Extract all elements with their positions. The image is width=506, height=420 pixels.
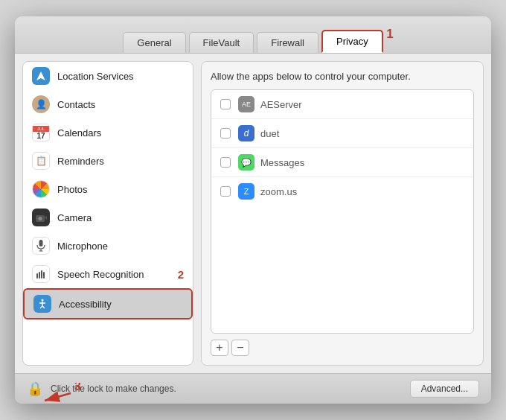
messages-label: Messages	[260, 157, 304, 168]
sidebar-item-camera[interactable]: Camera	[23, 203, 193, 232]
app-row-zoom: Z zoom.us	[211, 177, 473, 206]
sidebar-label-reminders: Reminders	[57, 156, 184, 167]
svg-marker-0	[36, 71, 45, 80]
sidebar-label-speech: Speech Recognition	[57, 269, 176, 280]
svg-rect-7	[36, 273, 38, 279]
sidebar-item-calendars[interactable]: JUL 17 Calendars	[23, 118, 193, 147]
app-row-duet: d duet	[211, 119, 473, 148]
annotation-1-badge: 1	[386, 27, 393, 42]
svg-rect-9	[41, 270, 42, 279]
sidebar-item-reminders[interactable]: 📋 Reminders	[23, 147, 193, 175]
location-services-icon	[32, 67, 50, 85]
speech-recognition-icon	[32, 265, 50, 283]
privacy-main-panel: Allow the apps below to control your com…	[201, 61, 484, 366]
tab-privacy[interactable]: Privacy 1	[321, 30, 383, 53]
sidebar-item-accessibility[interactable]: Accessibility	[23, 288, 193, 319]
annotation-2-badge: 2	[178, 268, 184, 281]
tab-bar: General FileVault Firewall Privacy 1	[15, 16, 491, 54]
sidebar-label-calendars: Calendars	[57, 127, 184, 139]
app-row-aeserver: AE AEServer	[211, 90, 473, 119]
svg-marker-2	[45, 216, 47, 220]
app-row-messages: 💬 Messages	[211, 148, 473, 177]
svg-line-15	[42, 306, 45, 308]
zoom-icon: Z	[238, 183, 254, 200]
sidebar-label-location: Location Services	[57, 71, 184, 82]
duet-icon: d	[238, 125, 254, 141]
sidebar-item-speech-recognition[interactable]: Speech Recognition 2	[23, 260, 193, 288]
photos-icon	[32, 180, 50, 198]
apps-list: AE AEServer d duet 💬 Messages Z zoom.us	[211, 89, 474, 334]
contacts-icon: 👤	[32, 95, 50, 113]
tab-general[interactable]: General	[123, 32, 185, 53]
main-content: Location Services 👤 Contacts JUL 17 Cale…	[15, 54, 491, 373]
duet-label: duet	[260, 128, 279, 139]
camera-icon	[32, 209, 50, 226]
zoom-label: zoom.us	[260, 186, 297, 197]
panel-description: Allow the apps below to control your com…	[211, 71, 474, 82]
zoom-checkbox[interactable]	[220, 186, 231, 197]
calendars-icon: JUL 17	[32, 124, 50, 141]
svg-line-17	[45, 393, 71, 401]
tab-firewall[interactable]: Firewall	[257, 32, 318, 53]
sidebar-item-microphone[interactable]: Microphone	[23, 232, 193, 260]
svg-rect-4	[39, 240, 43, 246]
lock-text: Click the lock to make changes.	[51, 384, 403, 394]
svg-point-3	[38, 217, 42, 220]
microphone-icon	[32, 237, 50, 255]
remove-app-button[interactable]: −	[231, 340, 249, 356]
tab-filevault[interactable]: FileVault	[189, 32, 254, 53]
system-preferences-window: General FileVault Firewall Privacy 1 Loc…	[15, 16, 491, 404]
add-app-button[interactable]: +	[211, 340, 228, 356]
aeserver-checkbox[interactable]	[220, 99, 231, 109]
duet-checkbox[interactable]	[220, 128, 231, 139]
annotation-3-label: 3	[74, 383, 81, 392]
aeserver-icon: AE	[238, 96, 254, 112]
messages-icon: 💬	[238, 154, 254, 171]
sidebar-label-photos: Photos	[57, 184, 184, 195]
annotation-3-arrow: 3	[30, 383, 89, 404]
accessibility-icon	[33, 295, 51, 313]
sidebar-item-contacts[interactable]: 👤 Contacts	[23, 90, 193, 118]
bottom-bar: 3 🔒 Click the lock to make changes. Adva…	[15, 373, 491, 404]
sidebar-item-photos[interactable]: Photos	[23, 175, 193, 203]
add-remove-bar: + −	[211, 340, 474, 356]
svg-point-11	[42, 299, 44, 302]
sidebar-item-location-services[interactable]: Location Services	[23, 62, 193, 90]
aeserver-label: AEServer	[260, 99, 302, 110]
svg-rect-8	[39, 272, 40, 279]
reminders-icon: 📋	[32, 152, 50, 170]
messages-checkbox[interactable]	[220, 157, 231, 168]
svg-rect-10	[43, 272, 45, 279]
sidebar-label-accessibility: Accessibility	[59, 299, 182, 310]
advanced-button[interactable]: Advanced...	[410, 380, 479, 398]
sidebar: Location Services 👤 Contacts JUL 17 Cale…	[22, 61, 193, 366]
sidebar-label-camera: Camera	[57, 212, 184, 223]
sidebar-label-microphone: Microphone	[57, 241, 184, 252]
sidebar-label-contacts: Contacts	[57, 99, 184, 110]
